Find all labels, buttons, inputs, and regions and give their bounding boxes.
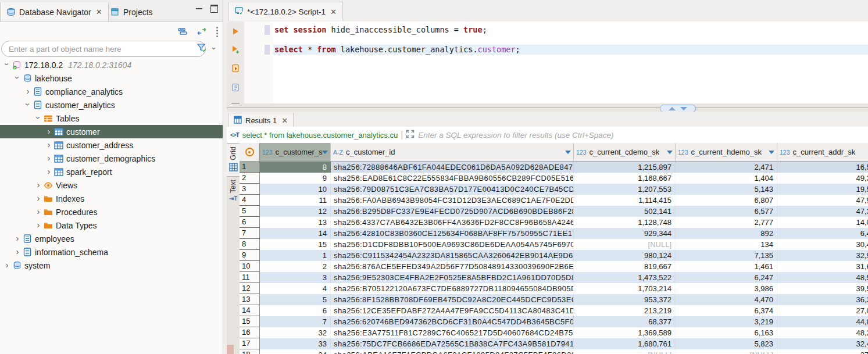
grid-cell[interactable]: 6,807 [676,195,777,206]
execute-new-tab-icon[interactable] [231,45,240,56]
row-number-cell[interactable]: 2 [240,173,260,184]
close-tab-icon[interactable]: ✕ [96,8,102,16]
grid-cell[interactable]: 2 [260,261,331,272]
row-number-cell[interactable]: 16 [240,327,260,338]
row-number-cell[interactable]: 13 [240,294,260,305]
close-results-tab-icon[interactable]: ✕ [281,116,288,125]
chevron-collapsed-icon[interactable]: › [34,220,43,230]
minimize-view-icon[interactable] [196,8,202,11]
grid-cell[interactable]: 1,215,897 [574,162,676,173]
grid-cell[interactable]: 7,135 [676,250,777,261]
grid-cell[interactable]: 14 [260,228,331,239]
chevron-expanded-icon[interactable]: › [34,113,44,123]
sort-dropdown-icon[interactable] [322,151,328,154]
editor-results-splitter[interactable] [227,103,868,112]
row-number-cell[interactable]: 15 [240,316,260,327]
grid-cell[interactable]: 32,94 [777,250,868,261]
grid-cell[interactable]: sha256:12CE35EFDABF272A4A47E9FA9CC5D4113… [331,305,574,316]
grid-cell[interactable]: 502,141 [574,206,676,217]
column-header-c_current_hdemo_sk[interactable]: 123c_current_hdemo_sk [676,143,777,162]
link-with-editor-icon[interactable] [197,27,207,37]
chevron-expanded-icon[interactable]: › [13,73,23,83]
row-number-cell[interactable]: 3 [240,184,260,195]
grid-cell[interactable]: 39,55 [777,283,868,294]
grid-cell[interactable]: 11 [260,195,331,206]
chevron-collapsed-icon[interactable]: › [44,140,53,149]
row-number-cell[interactable]: 12 [240,283,260,294]
grid-cell[interactable]: sha256:75DC7FCB6686EDA72565C1B838CA7FC43… [331,338,574,349]
grid-cell[interactable]: 5 [260,294,331,305]
grid-cell[interactable]: 6 [260,305,331,316]
tab-database-navigator[interactable]: Database Navigator ✕ [0,2,109,22]
tab-sql-script[interactable]: *<172.18.0.2> Script-1 ✕ [228,2,343,21]
filter-funnel-icon[interactable] [197,42,207,55]
grid-cell[interactable]: 6,44 [777,228,868,239]
grid-cell[interactable]: 213,219 [574,305,676,316]
row-number-cell[interactable]: 4 [240,195,260,206]
row-number-cell[interactable]: 1 [240,162,260,173]
grid-cell[interactable]: sha256:72888646ABF61FA044EDEC061D6DA5A09… [331,162,574,173]
grid-cell[interactable]: [NULL] [676,349,777,354]
grid-cell[interactable]: 47,36 [777,206,868,217]
row-number-cell[interactable]: 5 [240,206,260,217]
grid-cell[interactable]: 49,38 [777,173,868,184]
grid-cell[interactable]: 1,369,589 [574,327,676,338]
tree-item-customer-address[interactable]: ›customer_address [0,138,223,152]
results-filter-input[interactable] [415,130,868,140]
grid-cell[interactable]: 1,473,522 [574,272,676,283]
row-number-cell[interactable]: 18 [240,349,260,354]
explain-plan-icon[interactable] [231,83,240,95]
presentation-tab-text[interactable]: Text ⇥T [227,177,240,204]
grid-cell[interactable]: sha256:79D08751C3EA7C83BA57D177E00413D0C… [331,184,574,195]
grid-cell[interactable]: 48,57 [777,272,868,283]
row-number-cell[interactable]: 11 [240,272,260,283]
grid-cell[interactable]: 8 [260,162,331,173]
grid-cell[interactable]: 47,99 [777,195,868,206]
grid-cell[interactable]: 929,344 [574,228,676,239]
grid-cell[interactable]: 6,163 [676,327,777,338]
row-number-cell[interactable]: 17 [240,338,260,349]
grid-cell[interactable]: 34 [260,349,331,354]
collapse-down-icon[interactable] [680,107,687,110]
grid-cell[interactable]: 7 [260,316,331,327]
chevron-expanded-icon[interactable]: › [23,100,33,109]
chevron-collapsed-icon[interactable]: › [23,86,33,96]
grid-cell[interactable]: 4 [260,283,331,294]
grid-cell[interactable]: 12 [260,206,331,217]
grid-cell[interactable]: sha256:42810C83B0360CE125634F068BAF8FF75… [331,228,574,239]
tree-item-compliance-analytics[interactable]: ›compliance_analytics [0,85,223,98]
chevron-collapsed-icon[interactable]: › [44,166,53,176]
close-editor-tab-icon[interactable]: ✕ [330,8,337,16]
chevron-collapsed-icon[interactable]: › [2,260,12,270]
execute-statement-icon[interactable] [231,27,240,38]
grid-cell[interactable]: 6,247 [676,272,777,283]
grid-cell[interactable]: sha256:9E52303CE4FBA2E2F0525E8A5BFBD2C1A… [331,272,574,283]
expand-filter-icon[interactable] [406,130,415,141]
grid-cell[interactable]: sha256:4337C7AB6432E3B06FF4A3636FD2F8CC8… [331,217,574,228]
grid-cell[interactable]: 32,43 [777,338,868,349]
tree-item-customer-analytics[interactable]: ›customer_analytics [0,98,223,112]
grid-cell[interactable]: sha256:ABEA16F7F1FCBDCA6F01CF1095D84F37C… [331,349,574,354]
grid-cell[interactable]: 1,207,553 [574,184,676,195]
grid-cell[interactable]: 5,143 [676,184,777,195]
grid-cell[interactable]: 31,65 [777,261,868,272]
column-header-c_current_cdemo_sk[interactable]: 123c_current_cdemo_sk [574,143,676,162]
grid-cell[interactable]: 1,703,214 [574,283,676,294]
grid-cell[interactable]: 10 [260,184,331,195]
chevron-expanded-icon[interactable]: › [2,60,12,69]
tab-results-1[interactable]: Results 1 ✕ [228,113,294,127]
grid-cell[interactable]: 19,58 [777,184,868,195]
grid-cell[interactable]: 30,46 [777,239,868,250]
chevron-collapsed-icon[interactable]: › [34,193,43,203]
chevron-collapsed-icon[interactable]: › [44,126,53,136]
grid-cell[interactable]: [NULL] [574,239,676,250]
grid-cell[interactable]: 892 [676,228,777,239]
grid-cell[interactable]: 4,470 [676,294,777,305]
chevron-collapsed-icon[interactable]: › [13,246,22,256]
grid-cell[interactable]: 953,372 [574,294,676,305]
object-search-input[interactable] [1,41,206,57]
row-number-cell[interactable]: 14 [240,305,260,316]
chevron-collapsed-icon[interactable]: › [34,180,43,189]
tree-item-indexes[interactable]: ›Indexes [0,192,223,205]
grid-cell[interactable]: sha256:FA0ABB6943B98054FC31D12D3E3AEC689… [331,195,574,206]
